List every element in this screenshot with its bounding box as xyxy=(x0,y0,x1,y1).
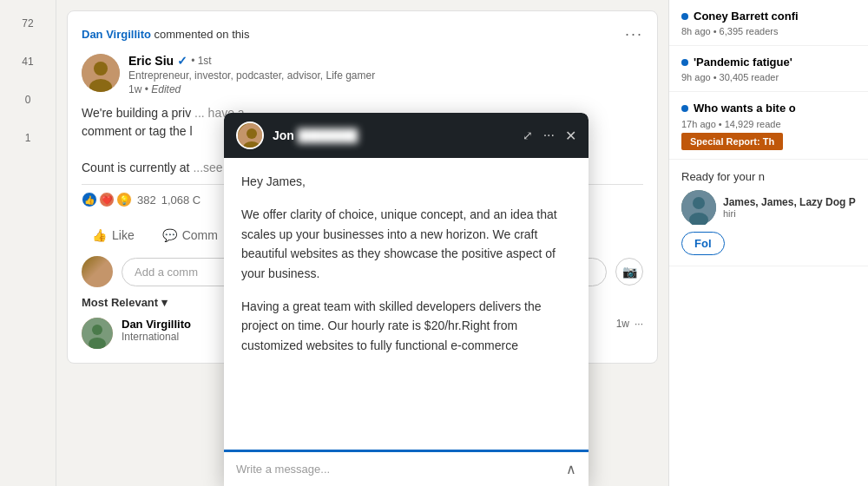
messaging-modal: Jon ███████ ⤢ ··· ✕ Hey James, We offer … xyxy=(224,113,589,486)
sidebar-person-company: James, Lazy Dog P xyxy=(761,196,856,208)
modal-header: Jon ███████ ⤢ ··· ✕ xyxy=(224,113,589,158)
post-meta: 1w • Edited xyxy=(128,83,643,95)
sidebar-person-name: James, James, Lazy Dog P xyxy=(723,196,856,208)
news-title-3: Who wants a bite o xyxy=(694,101,796,116)
sidebar-num-1: 72 xyxy=(22,17,33,30)
modal-body: Hey James, We offer clarity of choice, u… xyxy=(224,158,589,450)
news-item-2[interactable]: 'Pandemic fatigue' 9h ago • 30,405 reade… xyxy=(669,46,868,92)
comment-count[interactable]: 1,068 C xyxy=(161,194,201,207)
news-meta-3: 17h ago • 14,929 reade xyxy=(681,119,856,129)
post-commenter: Dan Virgillito commented on this xyxy=(82,28,249,41)
sidebar-person-avatar xyxy=(681,190,716,225)
follow-button[interactable]: Fol xyxy=(681,232,725,255)
modal-title-blurred: ███████ xyxy=(298,128,358,142)
sidebar-person-section: Ready for your n James, James, Lazy Dog … xyxy=(669,160,868,266)
author-name[interactable]: Eric Siu xyxy=(128,54,174,68)
love-icon: ❤️ xyxy=(99,192,115,207)
news-title-1: Coney Barrett confi xyxy=(694,9,799,24)
like-icon: 👍 xyxy=(82,192,97,207)
chevron-down-icon: ▾ xyxy=(161,296,168,309)
sidebar-num-4: 1 xyxy=(25,132,31,144)
connection-badge: • 1st xyxy=(191,55,212,67)
author-title: Entrepreneur, investor, podcaster, advis… xyxy=(128,69,643,82)
most-relevant-label: Most Relevant xyxy=(82,296,158,309)
modal-footer: Write a message... ∧ xyxy=(224,450,589,486)
comment-bubble-icon: 💬 xyxy=(162,228,177,242)
edited-label: Edited xyxy=(151,83,181,95)
svg-point-10 xyxy=(247,128,257,139)
news-item-1[interactable]: Coney Barrett confi 8h ago • 6,395 reade… xyxy=(669,0,868,46)
author-info: Eric Siu ✓ • 1st Entrepreneur, investor,… xyxy=(128,54,643,95)
insightful-icon: 💡 xyxy=(116,192,132,207)
commenter-avatar xyxy=(82,256,113,287)
modal-actions: ⤢ ··· ✕ xyxy=(523,128,576,144)
news-title-2: 'Pandemic fatigue' xyxy=(694,55,792,70)
comment-input-placeholder[interactable]: Add a comm xyxy=(135,266,198,279)
left-sidebar: 72 41 0 1 xyxy=(0,0,56,486)
like-thumb-icon: 👍 xyxy=(92,228,107,242)
like-button[interactable]: 👍 Like xyxy=(82,221,145,249)
news-item-3[interactable]: Who wants a bite o 17h ago • 14,929 read… xyxy=(669,92,868,159)
reaction-icons: 👍 ❤️ 💡 xyxy=(82,192,132,207)
commenter-link[interactable]: Dan Virgillito xyxy=(82,28,151,41)
message-greeting: Hey James, xyxy=(241,172,571,191)
message-body-1: We offer clarity of choice, unique conce… xyxy=(241,205,571,283)
comment-time: 1w xyxy=(616,318,629,330)
expand-icon[interactable]: ⤢ xyxy=(523,128,533,142)
comment-label: Comm xyxy=(182,228,218,242)
news-meta-1: 8h ago • 6,395 readers xyxy=(681,26,856,36)
modal-input-placeholder[interactable]: Write a message... xyxy=(236,463,566,476)
comment-options-icon[interactable]: ··· xyxy=(635,318,643,330)
sidebar-person-desc: hiri xyxy=(723,208,856,219)
sidebar-num-3: 0 xyxy=(25,94,31,106)
svg-point-4 xyxy=(92,325,102,335)
commenter-action: commented on this xyxy=(155,28,250,41)
author-avatar xyxy=(82,54,120,92)
right-sidebar: Coney Barrett confi 8h ago • 6,395 reade… xyxy=(668,0,868,486)
news-dot-2 xyxy=(681,59,688,66)
modal-avatar xyxy=(236,122,264,149)
message-body-2: Having a great team with skilled develop… xyxy=(241,297,571,355)
special-report-badge[interactable]: Special Report: Th xyxy=(681,133,783,150)
sidebar-ready-text: Ready for your n xyxy=(681,170,856,183)
like-label: Like xyxy=(112,228,135,242)
comment-author-avatar xyxy=(82,318,113,349)
news-meta-2: 9h ago • 30,405 reader xyxy=(681,72,856,82)
sidebar-num-2: 41 xyxy=(22,56,33,68)
post-text-line3: Count is currently at xyxy=(82,161,190,174)
post-options-button[interactable]: ··· xyxy=(625,25,643,43)
post-author-row: Eric Siu ✓ • 1st Entrepreneur, investor,… xyxy=(82,54,643,95)
reaction-count: 382 xyxy=(137,194,156,207)
post-time: 1w xyxy=(128,83,141,95)
sidebar-person-info: James, James, Lazy Dog P hiri xyxy=(723,196,856,219)
author-name-row: Eric Siu ✓ • 1st xyxy=(128,54,643,68)
modal-menu-icon[interactable]: ··· xyxy=(543,128,555,143)
comment-button[interactable]: 💬 Comm xyxy=(152,221,228,249)
post-header: Dan Virgillito commented on this ··· xyxy=(82,25,643,43)
modal-title: Jon ███████ xyxy=(273,128,514,142)
svg-point-7 xyxy=(693,197,705,209)
news-dot-1 xyxy=(681,13,688,20)
verified-badge: ✓ xyxy=(177,54,187,68)
post-text-line2: comment or tag the l xyxy=(82,124,193,138)
camera-icon[interactable]: 📷 xyxy=(615,258,643,286)
modal-close-button[interactable]: ✕ xyxy=(565,128,576,144)
news-dot-3 xyxy=(681,105,688,112)
post-text-line1: We're building a priv xyxy=(82,106,191,120)
svg-point-1 xyxy=(94,62,108,76)
sidebar-person: James, James, Lazy Dog P hiri xyxy=(681,190,856,225)
chevron-up-icon[interactable]: ∧ xyxy=(566,461,576,477)
modal-title-text: Jon xyxy=(273,128,294,142)
